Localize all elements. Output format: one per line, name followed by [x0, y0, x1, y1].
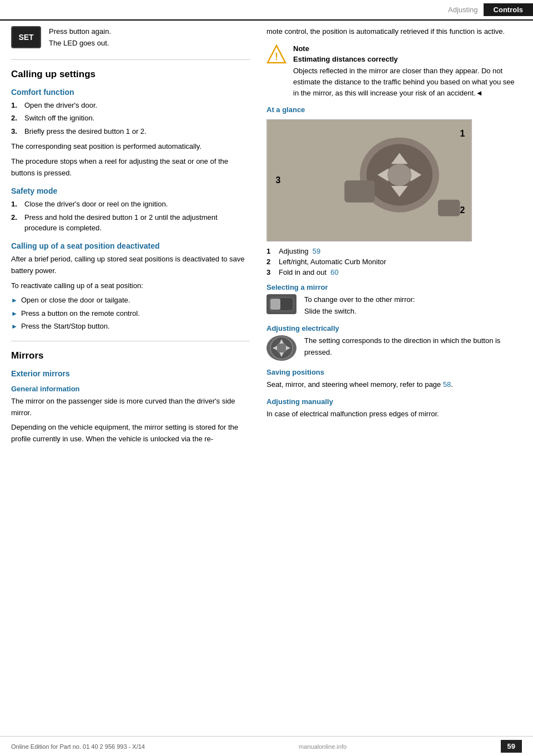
saving-positions-text: Seat, mirror, and steering wheel memory,…	[266, 379, 522, 391]
comfort-steps-list: 1. Open the driver's door. 2. Switch off…	[11, 100, 250, 137]
main-content: SET Press button again. The LED goes out…	[0, 26, 533, 448]
page-footer: Online Edition for Part no. 01 40 2 956 …	[0, 736, 533, 756]
right-column: mote control, the position is automatica…	[266, 26, 522, 448]
svg-text:2: 2	[460, 206, 465, 215]
divider-1	[11, 59, 250, 60]
comfort-function-title: Comfort function	[11, 88, 250, 97]
note-box: ! Note Estimating distances correctly Ob…	[266, 44, 522, 99]
header-controls: Controls	[484, 3, 533, 16]
selecting-mirror-title: Selecting a mirror	[266, 283, 522, 291]
at-glance-link-3[interactable]: 60	[330, 268, 338, 276]
svg-text:!: !	[275, 51, 278, 62]
footer-label: Online Edition for Part no. 01 40 2 956 …	[11, 743, 145, 750]
svg-text:1: 1	[460, 129, 465, 138]
svg-point-18	[276, 342, 287, 354]
exterior-mirrors-title: Exterior mirrors	[11, 369, 250, 378]
set-button-text: Press button again. The LED goes out.	[49, 26, 111, 49]
set-button-icon: SET	[11, 26, 41, 48]
svg-rect-11	[438, 200, 460, 216]
arrow-icon-3: ►	[11, 321, 18, 331]
adjusting-manually-title: Adjusting manually	[266, 397, 522, 406]
svg-rect-10	[344, 180, 375, 203]
comfort-step-3: 3. Briefly press the desired button 1 or…	[11, 126, 250, 137]
set-button-row: SET Press button again. The LED goes out…	[11, 26, 250, 49]
safety-step-1: 1. Close the driver's door or reel on th…	[11, 199, 250, 210]
arrow-icon-1: ►	[11, 295, 18, 305]
at-glance-item-3: 3 Fold in and out 60	[266, 268, 522, 276]
at-glance-link-1[interactable]: 59	[313, 247, 320, 255]
page-header: Adjusting Controls	[0, 0, 533, 21]
comfort-text-1: The corresponding seat position is perfo…	[11, 141, 250, 153]
bullet-2: ► Press a button on the remote control.	[11, 308, 250, 319]
general-text-2: Depending on the vehicle equipment, the …	[11, 422, 250, 445]
svg-rect-16	[270, 299, 280, 310]
comfort-text-2: The procedure stops when a reel for adju…	[11, 156, 250, 179]
safety-step-2: 2. Press and hold the desired button 1 o…	[11, 212, 250, 234]
warning-triangle-icon: !	[266, 44, 286, 66]
left-column: SET Press button again. The LED goes out…	[11, 26, 250, 448]
adjusting-electrically-title: Adjusting electrically	[266, 324, 522, 332]
at-glance-item-2: 2 Left/right, Automatic Curb Monitor	[266, 258, 522, 266]
bullet-3: ► Press the Start/Stop button.	[11, 321, 250, 332]
safety-mode-title: Safety mode	[11, 187, 250, 195]
footer-site: manualonline.info	[299, 743, 346, 750]
calling-up-bullets: ► Open or close the door or tailgate. ► …	[11, 295, 250, 332]
general-text-1: The mirror on the passenger side is more…	[11, 396, 250, 419]
page-number: 59	[501, 740, 522, 753]
at-glance-list: 1 Adjusting 59 2 Left/right, Automatic C…	[266, 247, 522, 276]
calling-up-text-1: After a brief period, calling up stored …	[11, 254, 250, 277]
note-warning-text: Estimating distances correctly	[293, 55, 522, 63]
saving-positions-link[interactable]: 58	[443, 380, 451, 389]
header-adjusting: Adjusting	[448, 6, 483, 14]
note-title: Note	[293, 44, 522, 53]
note-content: Note Estimating distances correctly Obje…	[293, 44, 522, 99]
mirrors-title: Mirrors	[11, 350, 250, 361]
selecting-mirror-text: To change over to the other mirror: Slid…	[304, 294, 415, 317]
calling-up-seat-title: Calling up of a seat position deactivate…	[11, 241, 250, 250]
mirror-switch-icon	[266, 294, 296, 314]
at-glance-title: At a glance	[266, 105, 522, 114]
at-glance-image: 1 2 3	[266, 119, 472, 241]
adjusting-electrically-text: The setting corresponds to the direction…	[304, 335, 522, 359]
at-glance-item-1: 1 Adjusting 59	[266, 247, 522, 255]
safety-steps-list: 1. Close the driver's door or reel on th…	[11, 199, 250, 234]
comfort-step-2: 2. Switch off the ignition.	[11, 113, 250, 124]
saving-positions-title: Saving positions	[266, 368, 522, 376]
comfort-step-1: 1. Open the driver's door.	[11, 100, 250, 111]
adjusting-manually-text: In case of electrical malfunction press …	[266, 409, 522, 420]
calling-up-text-2: To reactivate calling up of a seat posit…	[11, 280, 250, 292]
svg-text:3: 3	[276, 175, 281, 185]
divider-2	[11, 341, 250, 341]
mirror-adjust-icon	[266, 335, 296, 361]
note-body: Objects reflected in the mirror are clos…	[293, 65, 522, 99]
svg-point-9	[388, 164, 412, 186]
right-text-1: mote control, the position is automatica…	[266, 26, 522, 38]
adjusting-electrically-row: The setting corresponds to the direction…	[266, 335, 522, 362]
general-information-title: General information	[11, 385, 250, 393]
calling-up-settings-title: Calling up settings	[11, 69, 250, 80]
bullet-1: ► Open or close the door or tailgate.	[11, 295, 250, 306]
arrow-icon-2: ►	[11, 309, 18, 319]
selecting-mirror-row: To change over to the other mirror: Slid…	[266, 294, 522, 317]
